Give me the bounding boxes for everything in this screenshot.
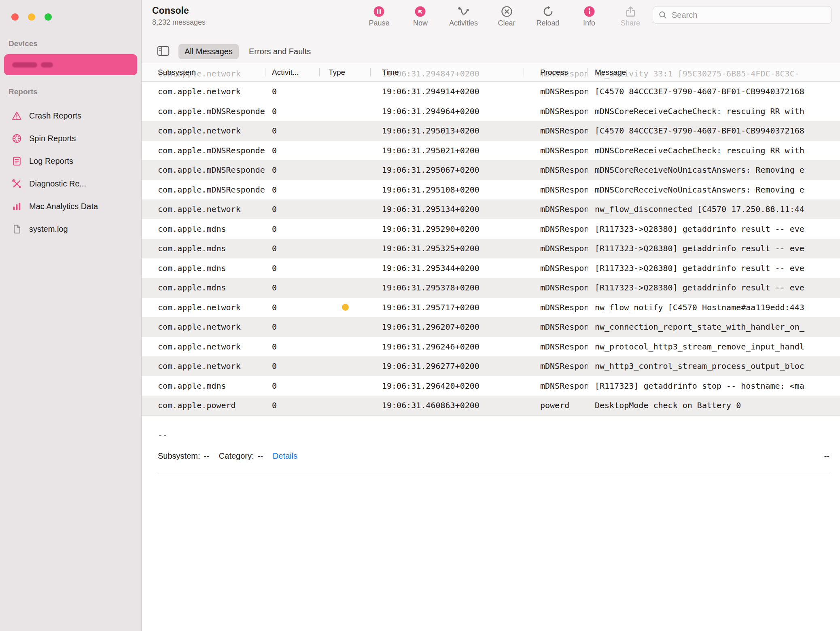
cell-message: [R117323->Q28380] getaddrinfo result -- … bbox=[588, 224, 840, 234]
log-row[interactable]: com.apple.network019:06:31.295717+0200mD… bbox=[142, 298, 840, 318]
log-row[interactable]: com.apple.mdns019:06:31.296420+0200mDNSR… bbox=[142, 376, 840, 396]
log-row[interactable]: com.apple.mdns019:06:31.295325+0200mDNSR… bbox=[142, 239, 840, 258]
reports-list: Crash ReportsSpin ReportsLog ReportsDiag… bbox=[0, 104, 141, 240]
details-title: -- bbox=[158, 430, 829, 440]
cell-message: [R117323->Q28380] getaddrinfo result -- … bbox=[588, 244, 840, 253]
clear-button[interactable]: Clear bbox=[494, 5, 519, 28]
toolbar-button-label: Now bbox=[413, 19, 428, 28]
reload-icon bbox=[542, 5, 554, 18]
toolbar-buttons: PauseNowActivitiesClearReloadInfoShare bbox=[367, 5, 643, 28]
details-pane: -- Subsystem: -- Category: -- Details -- bbox=[142, 416, 840, 474]
close-window-button[interactable] bbox=[11, 13, 19, 21]
sidebar-item-mac-analytics-data[interactable]: Mac Analytics Data bbox=[0, 195, 141, 218]
clear-circle-icon bbox=[501, 5, 513, 18]
search-field[interactable] bbox=[653, 6, 832, 24]
cell-message: [R117323->Q28380] getaddrinfo result -- … bbox=[588, 283, 840, 292]
cell-process: mDNSResponder bbox=[524, 381, 588, 391]
log-row[interactable]: com.apple.network019:06:31.296246+0200mD… bbox=[142, 337, 840, 357]
cell-subsystem: com.apple.network bbox=[158, 303, 265, 312]
log-row[interactable]: com.apple.network019:06:31.295013+0200mD… bbox=[142, 121, 840, 141]
sidebar-item-crash-reports[interactable]: Crash Reports bbox=[0, 104, 141, 127]
activity-curve-icon bbox=[457, 5, 470, 18]
warning-triangle-icon bbox=[11, 110, 22, 121]
share-button[interactable]: Share bbox=[618, 5, 643, 28]
info-button[interactable]: Info bbox=[577, 5, 602, 28]
cell-activity: 0 bbox=[265, 204, 320, 214]
cell-time: 19:06:31.296277+0200 bbox=[371, 361, 524, 371]
now-button[interactable]: Now bbox=[408, 5, 433, 28]
column-header-message[interactable]: Message bbox=[588, 63, 840, 81]
cell-process: mDNSResponder bbox=[524, 283, 588, 292]
cell-time: 19:06:31.295013+0200 bbox=[371, 126, 524, 136]
reload-button[interactable]: Reload bbox=[535, 5, 560, 28]
column-header-type[interactable]: Type bbox=[320, 63, 371, 81]
sidebar-item-system-log[interactable]: system.log bbox=[0, 218, 141, 240]
sidebar-item-diagnostic-re[interactable]: Diagnostic Re... bbox=[0, 172, 141, 195]
details-link[interactable]: Details bbox=[273, 451, 297, 461]
log-row[interactable]: com.apple.powerd019:06:31.460863+0200pow… bbox=[142, 396, 840, 415]
cell-message: nw_connection_report_state_with_handler_… bbox=[588, 322, 840, 332]
info-circle-icon bbox=[583, 5, 596, 18]
sidebar-item-label: Spin Reports bbox=[29, 134, 76, 143]
zoom-window-button[interactable] bbox=[45, 13, 52, 21]
cell-process: mDNSResponder bbox=[524, 185, 588, 195]
cell-time: 19:06:31.295378+0200 bbox=[371, 283, 524, 292]
tab-errors-and-faults[interactable]: Errors and Faults bbox=[243, 44, 317, 59]
sidebar-item-spin-reports[interactable]: Spin Reports bbox=[0, 127, 141, 150]
pause-button[interactable]: Pause bbox=[367, 5, 392, 28]
search-input[interactable] bbox=[671, 10, 826, 20]
cell-process: mDNSResponder bbox=[524, 244, 588, 253]
cell-message: [R117323->Q28380] getaddrinfo result -- … bbox=[588, 263, 840, 273]
cell-process: mDNSResponder bbox=[524, 106, 588, 116]
column-header-activit[interactable]: Activit... bbox=[265, 63, 320, 81]
log-row[interactable]: com.apple.mDNSResponder019:06:31.295021+… bbox=[142, 141, 840, 161]
cell-activity: 0 bbox=[265, 400, 320, 410]
tab-all-messages[interactable]: All Messages bbox=[178, 44, 239, 59]
cell-subsystem: com.apple.mdns bbox=[158, 224, 265, 234]
cell-message: [C4570 84CCC3E7-9790-4607-BF01-CB9940372… bbox=[588, 126, 840, 136]
cell-activity: 0 bbox=[265, 263, 320, 273]
details-meta-row: Subsystem: -- Category: -- Details -- bbox=[158, 451, 829, 461]
cell-activity: 0 bbox=[265, 126, 320, 136]
log-row[interactable]: com.apple.network019:06:31.296277+0200mD… bbox=[142, 356, 840, 376]
sidebar-item-label: system.log bbox=[29, 224, 68, 234]
toolbar-button-label: Pause bbox=[369, 19, 389, 28]
log-row[interactable]: com.apple.network019:06:31.294914+0200mD… bbox=[142, 82, 840, 102]
cell-message: DesktopMode check on Battery 0 bbox=[588, 400, 840, 410]
log-row[interactable]: com.apple.mdns019:06:31.295344+0200mDNSR… bbox=[142, 258, 840, 278]
activities-button[interactable]: Activities bbox=[449, 5, 478, 28]
details-right-value: -- bbox=[824, 451, 829, 461]
cell-subsystem: com.apple.mDNSResponder bbox=[158, 185, 265, 195]
log-table: com.apple.network 19:06:31.294847+0200 m… bbox=[142, 63, 840, 416]
toolbar-button-label: Clear bbox=[498, 19, 515, 28]
sidebar-toggle-button[interactable] bbox=[157, 46, 170, 57]
cell-activity: 0 bbox=[265, 185, 320, 195]
log-row[interactable]: com.apple.mdns019:06:31.295290+0200mDNSR… bbox=[142, 219, 840, 239]
cell-subsystem: com.apple.mdns bbox=[158, 244, 265, 253]
device-name-redacted bbox=[12, 62, 37, 68]
details-subsystem-value: -- bbox=[204, 451, 209, 461]
log-rows: com.apple.network019:06:31.294914+0200mD… bbox=[142, 82, 840, 415]
cell-activity: 0 bbox=[265, 283, 320, 292]
minimize-window-button[interactable] bbox=[28, 13, 35, 21]
cell-time: 19:06:31.295021+0200 bbox=[371, 146, 524, 155]
log-row[interactable]: com.apple.mDNSResponder019:06:31.295067+… bbox=[142, 160, 840, 180]
log-row[interactable]: com.apple.network019:06:31.296207+0200mD… bbox=[142, 317, 840, 337]
column-header-subsystem[interactable]: Subsystem bbox=[158, 63, 265, 81]
log-row[interactable]: com.apple.network019:06:31.295134+0200mD… bbox=[142, 199, 840, 219]
sidebar-item-device-selected[interactable] bbox=[4, 54, 137, 75]
cell-message: mDNSCoreReceiveCacheCheck: rescuing RR w… bbox=[588, 146, 840, 155]
cell-subsystem: com.apple.mdns bbox=[158, 283, 265, 292]
column-header-process[interactable]: Process bbox=[524, 63, 588, 81]
sidebar-item-log-reports[interactable]: Log Reports bbox=[0, 150, 141, 172]
log-row[interactable]: com.apple.mdns019:06:31.295378+0200mDNSR… bbox=[142, 278, 840, 298]
log-row[interactable]: com.apple.mDNSResponder019:06:31.295108+… bbox=[142, 180, 840, 200]
cell-message: nw_flow_notify [C4570 Hostname#aa119edd:… bbox=[588, 303, 840, 312]
message-count: 8,232 messages bbox=[152, 18, 206, 27]
details-divider bbox=[158, 474, 829, 474]
cell-process: mDNSResponder bbox=[524, 87, 588, 96]
cell-message: nw_protocol_http3_stream_remove_input_ha… bbox=[588, 342, 840, 351]
cell-message: mDNSCoreReceiveNoUnicastAnswers: Removin… bbox=[588, 165, 840, 175]
column-header-time[interactable]: Time bbox=[371, 63, 524, 81]
log-row[interactable]: com.apple.mDNSResponder019:06:31.294964+… bbox=[142, 102, 840, 121]
